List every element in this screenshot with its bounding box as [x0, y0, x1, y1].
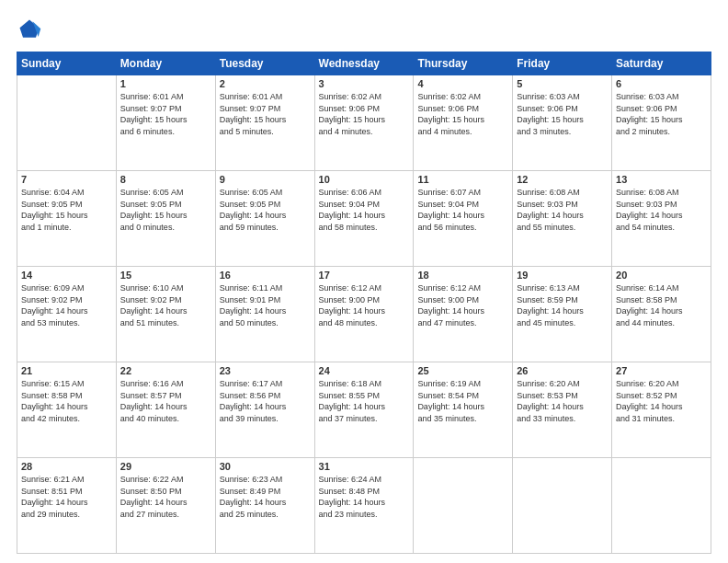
calendar-day-12: 12Sunrise: 6:08 AM Sunset: 9:03 PM Dayli… — [513, 171, 612, 267]
calendar-header-row: SundayMondayTuesdayWednesdayThursdayFrid… — [17, 52, 711, 75]
day-number: 27 — [616, 365, 707, 376]
calendar-week-row: 14Sunrise: 6:09 AM Sunset: 9:02 PM Dayli… — [17, 267, 711, 362]
day-info: Sunrise: 6:06 AM Sunset: 9:04 PM Dayligh… — [319, 187, 410, 233]
calendar-day-5: 5Sunrise: 6:03 AM Sunset: 9:06 PM Daylig… — [513, 75, 612, 171]
day-info: Sunrise: 6:11 AM Sunset: 9:01 PM Dayligh… — [220, 282, 311, 328]
day-info: Sunrise: 6:23 AM Sunset: 8:49 PM Dayligh… — [220, 474, 311, 520]
page: SundayMondayTuesdayWednesdayThursdayFrid… — [0, 0, 728, 563]
calendar-day-2: 2Sunrise: 6:01 AM Sunset: 9:07 PM Daylig… — [215, 75, 314, 171]
calendar-day-29: 29Sunrise: 6:22 AM Sunset: 8:50 PM Dayli… — [116, 458, 215, 554]
day-info: Sunrise: 6:05 AM Sunset: 9:05 PM Dayligh… — [220, 187, 311, 233]
calendar-header-wednesday: Wednesday — [314, 52, 414, 75]
calendar-day-3: 3Sunrise: 6:02 AM Sunset: 9:06 PM Daylig… — [314, 75, 414, 171]
day-info: Sunrise: 6:22 AM Sunset: 8:50 PM Dayligh… — [120, 474, 211, 520]
day-info: Sunrise: 6:12 AM Sunset: 9:00 PM Dayligh… — [417, 282, 508, 328]
day-info: Sunrise: 6:08 AM Sunset: 9:03 PM Dayligh… — [517, 187, 608, 233]
day-number: 1 — [120, 78, 211, 89]
day-info: Sunrise: 6:04 AM Sunset: 9:05 PM Dayligh… — [21, 187, 112, 233]
calendar-day-15: 15Sunrise: 6:10 AM Sunset: 9:02 PM Dayli… — [116, 267, 215, 362]
day-number: 2 — [220, 78, 311, 89]
day-number: 7 — [21, 174, 112, 185]
day-info: Sunrise: 6:13 AM Sunset: 8:59 PM Dayligh… — [517, 282, 608, 328]
calendar-header-tuesday: Tuesday — [215, 52, 314, 75]
day-number: 14 — [21, 270, 112, 281]
day-number: 9 — [220, 174, 311, 185]
header — [17, 17, 711, 42]
day-number: 4 — [417, 78, 508, 89]
calendar-week-row: 28Sunrise: 6:21 AM Sunset: 8:51 PM Dayli… — [17, 458, 711, 554]
logo — [17, 17, 46, 42]
calendar-day-21: 21Sunrise: 6:15 AM Sunset: 8:58 PM Dayli… — [17, 362, 117, 458]
calendar-day-4: 4Sunrise: 6:02 AM Sunset: 9:06 PM Daylig… — [414, 75, 513, 171]
day-number: 18 — [417, 270, 508, 281]
calendar-day-24: 24Sunrise: 6:18 AM Sunset: 8:55 PM Dayli… — [314, 362, 414, 458]
day-info: Sunrise: 6:02 AM Sunset: 9:06 PM Dayligh… — [319, 91, 410, 137]
calendar-day-9: 9Sunrise: 6:05 AM Sunset: 9:05 PM Daylig… — [215, 171, 314, 267]
calendar-day-empty — [17, 75, 117, 171]
day-number: 29 — [120, 461, 211, 472]
calendar-day-8: 8Sunrise: 6:05 AM Sunset: 9:05 PM Daylig… — [116, 171, 215, 267]
day-number: 30 — [220, 461, 311, 472]
day-number: 16 — [220, 270, 311, 281]
day-number: 12 — [517, 174, 608, 185]
calendar-day-10: 10Sunrise: 6:06 AM Sunset: 9:04 PM Dayli… — [314, 171, 414, 267]
calendar-day-1: 1Sunrise: 6:01 AM Sunset: 9:07 PM Daylig… — [116, 75, 215, 171]
calendar-day-17: 17Sunrise: 6:12 AM Sunset: 9:00 PM Dayli… — [314, 267, 414, 362]
calendar-week-row: 7Sunrise: 6:04 AM Sunset: 9:05 PM Daylig… — [17, 171, 711, 267]
calendar-day-14: 14Sunrise: 6:09 AM Sunset: 9:02 PM Dayli… — [17, 267, 117, 362]
day-number: 31 — [319, 461, 410, 472]
calendar-day-18: 18Sunrise: 6:12 AM Sunset: 9:00 PM Dayli… — [414, 267, 513, 362]
calendar-day-25: 25Sunrise: 6:19 AM Sunset: 8:54 PM Dayli… — [414, 362, 513, 458]
calendar-header-sunday: Sunday — [17, 52, 117, 75]
calendar-day-23: 23Sunrise: 6:17 AM Sunset: 8:56 PM Dayli… — [215, 362, 314, 458]
calendar-table: SundayMondayTuesdayWednesdayThursdayFrid… — [17, 52, 711, 554]
day-info: Sunrise: 6:20 AM Sunset: 8:53 PM Dayligh… — [517, 378, 608, 424]
calendar-day-11: 11Sunrise: 6:07 AM Sunset: 9:04 PM Dayli… — [414, 171, 513, 267]
day-number: 26 — [517, 365, 608, 376]
day-number: 20 — [616, 270, 707, 281]
day-info: Sunrise: 6:02 AM Sunset: 9:06 PM Dayligh… — [417, 91, 508, 137]
day-number: 5 — [517, 78, 608, 89]
calendar-day-26: 26Sunrise: 6:20 AM Sunset: 8:53 PM Dayli… — [513, 362, 612, 458]
calendar-header-saturday: Saturday — [612, 52, 711, 75]
calendar-header-monday: Monday — [116, 52, 215, 75]
day-number: 17 — [319, 270, 410, 281]
calendar-day-6: 6Sunrise: 6:03 AM Sunset: 9:06 PM Daylig… — [612, 75, 711, 171]
calendar-header-friday: Friday — [513, 52, 612, 75]
day-info: Sunrise: 6:08 AM Sunset: 9:03 PM Dayligh… — [616, 187, 707, 233]
day-info: Sunrise: 6:03 AM Sunset: 9:06 PM Dayligh… — [616, 91, 707, 137]
day-info: Sunrise: 6:17 AM Sunset: 8:56 PM Dayligh… — [220, 378, 311, 424]
day-number: 15 — [120, 270, 211, 281]
day-info: Sunrise: 6:07 AM Sunset: 9:04 PM Dayligh… — [417, 187, 508, 233]
calendar-day-empty — [414, 458, 513, 554]
day-number: 6 — [616, 78, 707, 89]
calendar-day-13: 13Sunrise: 6:08 AM Sunset: 9:03 PM Dayli… — [612, 171, 711, 267]
calendar-week-row: 21Sunrise: 6:15 AM Sunset: 8:58 PM Dayli… — [17, 362, 711, 458]
day-number: 25 — [417, 365, 508, 376]
day-info: Sunrise: 6:18 AM Sunset: 8:55 PM Dayligh… — [319, 378, 410, 424]
day-info: Sunrise: 6:15 AM Sunset: 8:58 PM Dayligh… — [21, 378, 112, 424]
day-info: Sunrise: 6:03 AM Sunset: 9:06 PM Dayligh… — [517, 91, 608, 137]
day-info: Sunrise: 6:24 AM Sunset: 8:48 PM Dayligh… — [319, 474, 410, 520]
calendar-day-28: 28Sunrise: 6:21 AM Sunset: 8:51 PM Dayli… — [17, 458, 117, 554]
day-info: Sunrise: 6:10 AM Sunset: 9:02 PM Dayligh… — [120, 282, 211, 328]
day-number: 21 — [21, 365, 112, 376]
day-number: 23 — [220, 365, 311, 376]
day-number: 10 — [319, 174, 410, 185]
day-info: Sunrise: 6:01 AM Sunset: 9:07 PM Dayligh… — [120, 91, 211, 137]
day-info: Sunrise: 6:12 AM Sunset: 9:00 PM Dayligh… — [319, 282, 410, 328]
calendar-header-thursday: Thursday — [414, 52, 513, 75]
day-info: Sunrise: 6:16 AM Sunset: 8:57 PM Dayligh… — [120, 378, 211, 424]
calendar-day-19: 19Sunrise: 6:13 AM Sunset: 8:59 PM Dayli… — [513, 267, 612, 362]
calendar-day-22: 22Sunrise: 6:16 AM Sunset: 8:57 PM Dayli… — [116, 362, 215, 458]
calendar-week-row: 1Sunrise: 6:01 AM Sunset: 9:07 PM Daylig… — [17, 75, 711, 171]
day-info: Sunrise: 6:05 AM Sunset: 9:05 PM Dayligh… — [120, 187, 211, 233]
calendar-day-empty — [513, 458, 612, 554]
calendar-day-empty — [612, 458, 711, 554]
calendar-day-16: 16Sunrise: 6:11 AM Sunset: 9:01 PM Dayli… — [215, 267, 314, 362]
calendar-day-7: 7Sunrise: 6:04 AM Sunset: 9:05 PM Daylig… — [17, 171, 117, 267]
day-number: 11 — [417, 174, 508, 185]
calendar-day-30: 30Sunrise: 6:23 AM Sunset: 8:49 PM Dayli… — [215, 458, 314, 554]
day-number: 24 — [319, 365, 410, 376]
day-info: Sunrise: 6:09 AM Sunset: 9:02 PM Dayligh… — [21, 282, 112, 328]
